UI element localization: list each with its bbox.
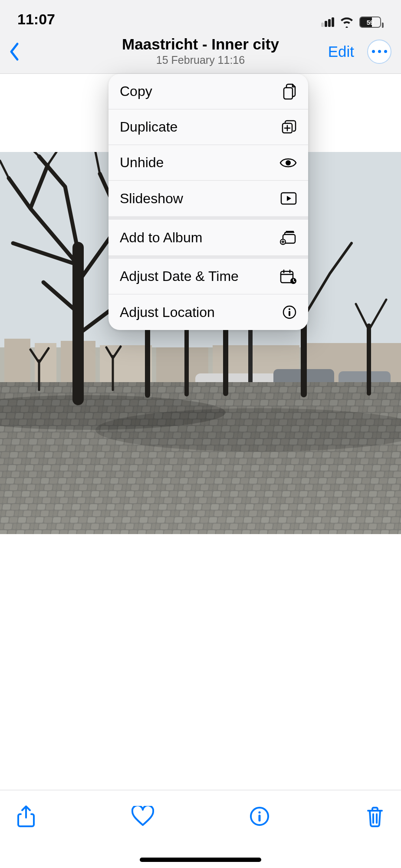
menu-item-adjust-date[interactable]: Adjust Date & Time bbox=[108, 259, 308, 294]
wifi-icon bbox=[339, 17, 354, 28]
svg-rect-24 bbox=[284, 88, 293, 99]
svg-point-42 bbox=[289, 308, 290, 310]
menu-item-copy[interactable]: Copy bbox=[108, 74, 308, 109]
home-indicator bbox=[140, 858, 261, 862]
menu-item-unhide[interactable]: Unhide bbox=[108, 145, 308, 181]
svg-rect-2 bbox=[4, 339, 30, 382]
context-menu: Copy Duplicate Unhide Slideshow Add t bbox=[108, 74, 308, 330]
status-right: 59 bbox=[320, 17, 384, 28]
menu-label: Duplicate bbox=[120, 119, 177, 135]
menu-label: Slideshow bbox=[120, 191, 183, 207]
menu-item-duplicate[interactable]: Duplicate bbox=[108, 109, 308, 145]
delete-button[interactable] bbox=[365, 805, 385, 827]
battery-level: 59 bbox=[367, 19, 374, 26]
menu-label: Copy bbox=[120, 83, 152, 99]
status-time: 11:07 bbox=[17, 11, 55, 28]
menu-label: Adjust Location bbox=[120, 304, 215, 320]
more-button[interactable] bbox=[367, 40, 391, 64]
eye-icon bbox=[279, 157, 297, 169]
status-bar: 11:07 59 bbox=[0, 0, 401, 30]
duplicate-icon bbox=[279, 119, 297, 135]
calendar-clock-icon bbox=[279, 269, 297, 284]
play-rect-icon bbox=[279, 192, 297, 205]
info-button[interactable] bbox=[250, 806, 270, 826]
menu-label: Adjust Date & Time bbox=[120, 268, 239, 284]
svg-rect-46 bbox=[259, 815, 261, 822]
info-circle-icon bbox=[279, 305, 297, 320]
bottom-toolbar bbox=[0, 790, 401, 842]
edit-button[interactable]: Edit bbox=[328, 43, 354, 60]
copy-icon bbox=[279, 83, 297, 100]
nav-bar: Maastricht - Inner city 15 February 11:1… bbox=[0, 30, 401, 74]
album-add-icon bbox=[279, 230, 297, 245]
menu-item-slideshow[interactable]: Slideshow bbox=[108, 181, 308, 216]
share-button[interactable] bbox=[16, 805, 36, 828]
cellular-icon bbox=[320, 17, 334, 27]
menu-item-adjust-location[interactable]: Adjust Location bbox=[108, 294, 308, 330]
favorite-button[interactable] bbox=[131, 806, 154, 827]
ellipsis-icon bbox=[372, 50, 387, 53]
svg-point-45 bbox=[259, 811, 261, 813]
menu-label: Unhide bbox=[120, 155, 164, 171]
battery-icon: 59 bbox=[359, 17, 384, 28]
svg-point-26 bbox=[286, 160, 291, 165]
menu-label: Add to Album bbox=[120, 230, 202, 246]
menu-item-add-to-album[interactable]: Add to Album bbox=[108, 220, 308, 255]
svg-rect-43 bbox=[289, 311, 290, 316]
